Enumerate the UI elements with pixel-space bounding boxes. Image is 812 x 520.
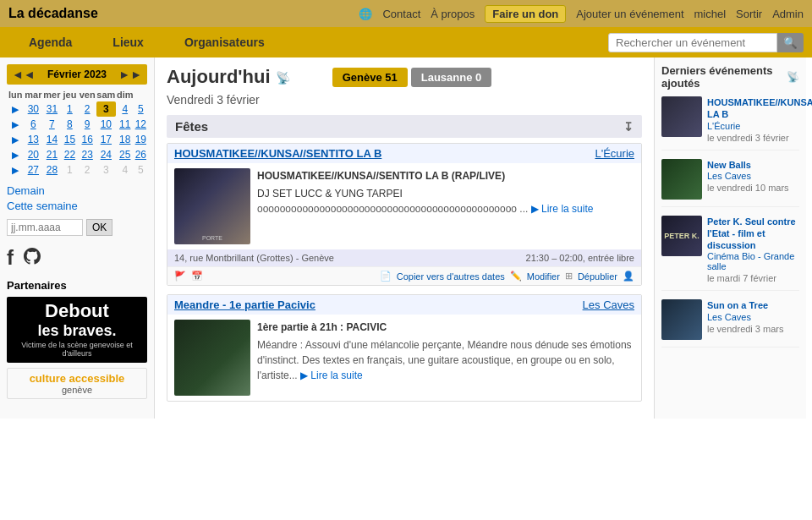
cal-day[interactable]: 31 — [42, 101, 61, 117]
copy-dates-link[interactable]: Copier vers d'autres dates — [397, 271, 505, 282]
cal-day[interactable]: 8 — [61, 117, 78, 132]
cal-th-mer: mer — [42, 88, 61, 101]
recent-event-4: Sun on a Tree Les Caves le vendredi 3 ma… — [661, 299, 799, 348]
cal-day[interactable]: 10 — [96, 117, 116, 132]
cal-today[interactable]: 3 — [96, 101, 116, 117]
search-input[interactable] — [608, 33, 777, 52]
event-2-read-more[interactable]: ▶ Lire la suite — [300, 369, 363, 381]
admin-link[interactable]: Admin — [772, 8, 804, 20]
event-2-thumb — [174, 320, 250, 396]
cal-day[interactable]: 14 — [42, 132, 61, 147]
sidebar-social: f — [7, 246, 147, 271]
recent-4-name[interactable]: Sun on a Tree — [707, 299, 799, 311]
cal-day[interactable]: 4 — [116, 162, 134, 178]
cal-day[interactable]: 28 — [42, 162, 61, 178]
modify-link[interactable]: Modifier — [527, 271, 560, 282]
user-icon: 👤 — [623, 271, 634, 282]
cal-day[interactable]: 20 — [24, 147, 42, 162]
github-link[interactable] — [22, 246, 42, 271]
cal-day[interactable]: 25 — [116, 147, 134, 162]
ajouter-evenement-link[interactable]: Ajouter un événement — [576, 8, 683, 20]
search-button[interactable]: 🔍 — [777, 33, 804, 52]
cal-day[interactable]: 2 — [78, 101, 96, 117]
culture-subtitle: genève — [13, 385, 141, 395]
event-2-performer: 1ère partie à 21h : PACIVIC — [257, 320, 634, 335]
lausanne-tab[interactable]: Lausanne 0 — [411, 68, 492, 87]
event-card-2-header: Meandre - 1e partie Pacivic Les Caves — [167, 295, 641, 315]
cal-day[interactable]: 5 — [134, 101, 147, 117]
cal-day[interactable]: 12 — [134, 117, 147, 132]
nav-lieux[interactable]: Lieux — [92, 29, 164, 56]
today-date: Vendredi 3 février — [167, 93, 642, 107]
nav-agenda[interactable]: Agenda — [8, 29, 92, 56]
date-ok-button[interactable]: OK — [86, 219, 112, 236]
unpublish-link[interactable]: Dépublier — [578, 271, 617, 282]
event-1-read-more[interactable]: ▶ Lire la suite — [531, 203, 594, 215]
calendar-icon: 📅 — [191, 271, 203, 282]
faire-don-button[interactable]: Faire un don — [485, 5, 566, 23]
cal-day[interactable]: 26 — [134, 147, 147, 162]
nav-organisateurs[interactable]: Organisateurs — [164, 29, 285, 56]
flag-icon: 🚩 — [174, 271, 186, 282]
cal-day[interactable]: 3 — [96, 162, 116, 178]
cal-day[interactable]: 4 — [116, 101, 134, 117]
recent-1-name[interactable]: HOUSMATIKEE//KUNSA//SENTITO LA B — [707, 96, 812, 121]
location-tabs: Genève 51 Lausanne 0 — [332, 68, 492, 87]
recent-3-name[interactable]: Peter K. Seul contre l'Etat - film et di… — [707, 216, 799, 252]
date-field[interactable] — [7, 219, 83, 236]
cal-day[interactable]: 19 — [134, 132, 147, 147]
rss-icon: 📡 — [276, 71, 290, 85]
cal-day[interactable]: 22 — [61, 147, 78, 162]
sortir-link[interactable]: Sortir — [736, 8, 762, 20]
cal-week-nav[interactable]: ▶ — [7, 132, 24, 147]
event-1-venue[interactable]: L'Écurie — [595, 147, 634, 160]
contact-link[interactable]: Contact — [382, 8, 420, 20]
cal-th-dim: dim — [116, 88, 134, 101]
cal-day[interactable]: 1 — [61, 162, 78, 178]
cal-day[interactable]: 6 — [24, 117, 42, 132]
demain-link[interactable]: Demain — [7, 184, 147, 197]
cette-semaine-link[interactable]: Cette semaine — [7, 200, 147, 212]
cal-week-nav[interactable]: ▶ — [7, 117, 24, 132]
recent-events-title: Derniers événements ajoutés 📡 — [661, 64, 799, 90]
cal-day[interactable]: 5 — [134, 162, 147, 178]
recent-3-date: le mardi 7 février — [707, 273, 799, 283]
cal-day[interactable]: 15 — [61, 132, 78, 147]
event-1-name[interactable]: HOUSMATIKEE//KUNSA//SENTITO LA B — [174, 147, 381, 160]
cal-day[interactable]: 1 — [61, 101, 78, 117]
edit-icon: ✏️ — [510, 271, 522, 282]
event-card-1: HOUSMATIKEE//KUNSA//SENTITO LA B L'Écuri… — [167, 143, 642, 286]
cal-day[interactable]: 18 — [116, 132, 134, 147]
cal-day[interactable]: 17 — [96, 132, 116, 147]
cal-day[interactable]: 7 — [42, 117, 61, 132]
doc-icon: 📄 — [380, 271, 392, 282]
cal-day[interactable]: 9 — [78, 117, 96, 132]
cal-day[interactable]: 24 — [96, 147, 116, 162]
cal-day[interactable]: 27 — [24, 162, 42, 178]
sort-icon[interactable]: ↧ — [623, 120, 634, 134]
cal-day[interactable]: 2 — [78, 162, 96, 178]
recent-2-name[interactable]: New Balls — [707, 159, 799, 171]
geneve-tab[interactable]: Genève 51 — [332, 68, 408, 87]
cal-quick-links: Demain Cette semaine — [7, 184, 147, 212]
cal-week-nav[interactable]: ▶ — [7, 147, 24, 162]
cal-day[interactable]: 21 — [42, 147, 61, 162]
apropos-link[interactable]: À propos — [431, 8, 475, 20]
user-link[interactable]: michel — [694, 8, 727, 20]
cal-day[interactable]: 23 — [78, 147, 96, 162]
cal-day[interactable]: 16 — [78, 132, 96, 147]
facebook-link[interactable]: f — [7, 246, 14, 271]
cal-week-nav[interactable]: ▶ — [7, 162, 24, 178]
event-2-venue[interactable]: Les Caves — [583, 298, 634, 311]
cal-week-nav[interactable]: ▶ — [7, 101, 24, 117]
cal-day[interactable]: 13 — [24, 132, 42, 147]
cal-th-ven: ven — [78, 88, 96, 101]
event-2-name[interactable]: Meandre - 1e partie Pacivic — [174, 298, 315, 311]
recent-1-date: le vendredi 3 février — [707, 133, 812, 143]
cal-prev-button[interactable]: ◄◄ — [12, 68, 36, 81]
cal-day[interactable]: 11 — [116, 117, 134, 132]
site-title: La décadanse — [8, 6, 98, 21]
cal-next-button[interactable]: ►► — [118, 68, 142, 81]
recent-4-venue: Les Caves — [707, 312, 799, 322]
cal-day[interactable]: 30 — [24, 101, 42, 117]
